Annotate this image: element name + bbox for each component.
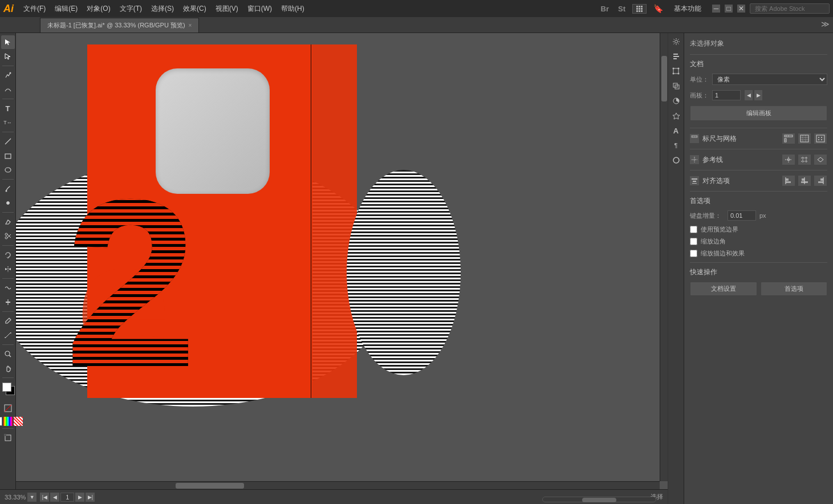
rotate-tool[interactable] (1, 248, 15, 262)
unit-select[interactable]: 像素 (712, 74, 827, 85)
touch-type-tool[interactable]: T↔ (1, 116, 15, 129)
zoom-value: 33.33% (5, 494, 26, 501)
horizontal-scroll-thumb[interactable] (176, 483, 244, 489)
width-tool[interactable] (1, 295, 15, 309)
panel-icon-color[interactable] (670, 95, 682, 107)
zoom-dropdown-btn[interactable]: ▼ (27, 493, 36, 502)
guide-btn-2[interactable] (798, 154, 811, 165)
eraser-tool[interactable] (1, 215, 15, 229)
color-swatch-white[interactable] (0, 417, 2, 426)
ruler-btn-1[interactable] (782, 133, 795, 144)
scale-corners-label: 缩放边角 (701, 237, 726, 246)
first-page-btn[interactable]: |◀ (40, 493, 49, 502)
prev-page-btn[interactable]: ◀ (50, 493, 59, 502)
search-input[interactable] (750, 3, 830, 14)
guide-btn-1[interactable] (782, 154, 795, 165)
minimize-btn[interactable]: ─ (712, 5, 720, 13)
curvature-tool[interactable] (1, 83, 15, 96)
artboard-tool[interactable] (1, 431, 15, 445)
panel-icon-transform[interactable] (670, 65, 682, 78)
doc-section-title: 文档 (690, 59, 704, 69)
menu-object[interactable]: 对象(O) (83, 2, 114, 16)
rectangle-tool[interactable] (1, 149, 15, 162)
type-tool[interactable]: T (1, 101, 15, 115)
svg-rect-66 (786, 181, 791, 183)
ruler-btn-3[interactable] (814, 133, 827, 144)
edit-canvas-btn[interactable]: 编辑画板 (690, 105, 827, 121)
align-btn-1[interactable] (782, 175, 795, 186)
align-btn-2[interactable] (798, 175, 811, 186)
gradient-swatch[interactable] (3, 417, 13, 426)
menu-help[interactable]: 帮助(H) (277, 2, 308, 16)
menu-select[interactable]: 选择(S) (147, 2, 178, 16)
scroll-indicator[interactable] (542, 497, 656, 502)
canvas-nav-arrows: ◀ ▶ (744, 90, 763, 101)
scale-strokes-checkbox[interactable] (690, 250, 697, 257)
vertical-scroll-thumb[interactable] (661, 56, 667, 101)
prefs-btn[interactable]: 首选项 (761, 282, 828, 296)
document-tab[interactable]: 未标题-1 [已恢复].ai* @ 33.33% (RGB/GPU 预览) × (40, 18, 199, 32)
panel-icon-settings[interactable] (670, 35, 682, 48)
vertical-scrollbar[interactable] (660, 33, 668, 481)
ellipse-tool[interactable] (1, 163, 15, 177)
scale-corners-checkbox[interactable] (690, 238, 697, 245)
blob-brush-tool[interactable] (1, 196, 15, 210)
fill-swatch[interactable] (2, 383, 11, 392)
menu-file[interactable]: 文件(F) (19, 2, 50, 16)
preview-bounds-row: 使用预览边界 (690, 225, 827, 234)
stock-icon[interactable]: St (616, 3, 628, 14)
panel-collapse-icon[interactable]: ≫ (821, 19, 830, 29)
zoom-tool[interactable] (1, 347, 15, 361)
menu-window[interactable]: 窗口(W) (243, 2, 276, 16)
svg-rect-23 (673, 58, 677, 59)
line-tool[interactable] (1, 135, 15, 148)
svg-point-28 (677, 73, 679, 75)
next-page-btn[interactable]: ▶ (75, 493, 84, 502)
direct-selection-tool[interactable] (1, 50, 15, 63)
canvas-next-btn[interactable]: ▶ (754, 90, 763, 101)
panel-icon-type[interactable]: A (670, 124, 682, 137)
menu-edit[interactable]: 编辑(E) (51, 2, 82, 16)
panel-icon-pathfinder[interactable] (670, 80, 682, 92)
panel-icon-paragraph[interactable]: ¶ (670, 139, 682, 152)
align-btn-3[interactable] (814, 175, 827, 186)
guide-btn-3[interactable] (814, 154, 827, 165)
warp-tool[interactable] (1, 281, 15, 295)
keyboard-input[interactable] (728, 210, 756, 221)
canvas-number-input[interactable] (712, 90, 741, 100)
maximize-btn[interactable]: □ (725, 5, 733, 13)
menu-view[interactable]: 视图(V) (212, 2, 242, 16)
scissors-tool[interactable] (1, 229, 15, 243)
pattern-swatch[interactable] (14, 417, 23, 426)
last-page-btn[interactable]: ▶| (86, 493, 95, 502)
panel-icon-circle[interactable] (670, 154, 682, 166)
menu-effect[interactable]: 效果(C) (179, 2, 210, 16)
preview-bounds-checkbox[interactable] (690, 226, 697, 233)
measure-tool[interactable] (1, 328, 15, 342)
selection-tool[interactable] (1, 35, 15, 49)
color-swatches[interactable] (0, 383, 16, 399)
close-btn[interactable]: ✕ (737, 5, 745, 13)
workspace-switcher[interactable] (632, 4, 647, 14)
scroll-indicator-thumb[interactable] (582, 498, 616, 502)
paintbrush-tool[interactable] (1, 182, 15, 196)
horizontal-scrollbar[interactable] (16, 481, 660, 489)
doc-settings-btn[interactable]: 文档设置 (690, 282, 757, 296)
workspace-label[interactable]: 基本功能 (670, 2, 705, 16)
ruler-btn-2[interactable] (798, 133, 811, 144)
canvas-prev-btn[interactable]: ◀ (744, 90, 753, 101)
menu-text[interactable]: 文字(T) (116, 2, 146, 16)
bridge-icon[interactable]: Br (599, 3, 611, 14)
tab-close-btn[interactable]: × (189, 22, 192, 29)
toolbar-divider-5 (2, 212, 14, 213)
none-swatch[interactable] (1, 401, 15, 415)
bookmark-icon[interactable]: 🔖 (651, 3, 665, 14)
reflect-tool[interactable] (1, 262, 15, 276)
panel-icon-align[interactable] (670, 50, 682, 63)
pen-tool[interactable] (1, 68, 15, 82)
panel-icon-appearance[interactable] (670, 109, 682, 122)
hand-tool[interactable] (1, 361, 15, 375)
eyedropper-tool[interactable] (1, 314, 15, 328)
page-number-input[interactable] (60, 493, 74, 502)
doc-section-header: 文档 (690, 59, 827, 69)
